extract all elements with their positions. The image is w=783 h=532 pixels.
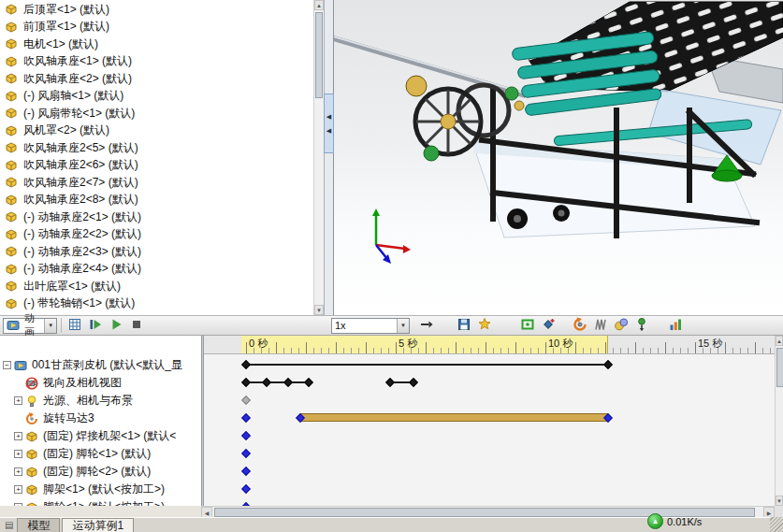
viewport-3d[interactable] [334, 0, 783, 315]
keyframe-diamond[interactable] [603, 360, 613, 369]
feature-tree-item[interactable]: (-) 动轴承座2<3> (默认) [0, 243, 324, 261]
ruler-time-label: 15 秒 [698, 337, 722, 351]
motion-tree-item-label: 脚架<1> (默认<按加工>) [43, 482, 165, 497]
scroll-down-icon[interactable]: ▼ [776, 496, 783, 506]
feature-tree-item[interactable]: 吹风轴承座2<8> (默认) [0, 192, 324, 209]
scroll-down-icon[interactable]: ▼ [314, 305, 324, 315]
keyframe-diamond[interactable] [241, 484, 251, 494]
scrollbar-thumb[interactable] [315, 12, 323, 98]
tab-model[interactable]: 模型 [17, 518, 60, 532]
play-button[interactable] [107, 317, 125, 335]
sheet-icon[interactable]: ▤ [5, 520, 13, 530]
timeline-panel[interactable]: 0 秒5 秒10 秒15 秒 [204, 336, 775, 506]
motion-tree-item[interactable]: +(固定) 焊接机架<1> (默认< [0, 427, 201, 445]
keyframe-diamond[interactable] [241, 431, 251, 440]
results-and-plots-button[interactable] [666, 317, 685, 335]
keyframe-diamond[interactable] [241, 395, 251, 405]
keyframe-diamond[interactable] [241, 413, 251, 423]
part-cube-icon [5, 3, 21, 16]
ruler-tick [328, 348, 329, 353]
playback-speed-combo[interactable]: 1x ▼ [331, 318, 410, 334]
feature-tree-scrollbar[interactable]: ▲ ▼ [313, 0, 324, 315]
keyframe-diamond[interactable] [241, 378, 251, 387]
motion-tree-item[interactable]: +脚轮<1> (默认<按加工>) [0, 498, 201, 506]
save-animation-button[interactable] [455, 317, 473, 335]
animation-wizard-button[interactable] [475, 317, 494, 335]
feature-tree-item[interactable]: 前顶罩<1> (默认) [0, 19, 324, 36]
expand-icon[interactable]: + [14, 432, 22, 440]
feature-tree-item[interactable]: 吹风轴承座<2> (默认) [0, 70, 324, 88]
keyframe-diamond[interactable] [304, 378, 313, 387]
feature-tree-item[interactable]: (-) 风扇带轮<1> (默认) [0, 105, 324, 122]
feature-tree-item[interactable]: (-) 动轴承座2<1> (默认) [0, 208, 324, 226]
ruler-tick [658, 348, 659, 353]
ruler-tick [762, 348, 763, 353]
spring-element-button[interactable] [591, 317, 610, 335]
feature-tree-item[interactable]: 吹风轴承座2<6> (默认) [0, 157, 324, 175]
expand-icon[interactable]: + [14, 467, 22, 476]
expand-icon[interactable]: + [14, 450, 22, 458]
feature-tree-item[interactable]: (-) 动轴承座2<2> (默认) [0, 226, 324, 244]
part-cube-icon [5, 297, 21, 310]
keyframe-diamond[interactable] [241, 467, 251, 476]
feature-tree-item[interactable]: 出叶底罩<1> (默认) [0, 278, 324, 295]
motion-tree-item[interactable]: +(固定) 脚轮<1> (默认) [0, 445, 201, 463]
feature-tree-item[interactable]: 吹风轴承座2<5> (默认) [0, 139, 324, 157]
motion-tree-item[interactable]: 视向及相机视图 [0, 374, 201, 392]
net-speed-widget[interactable]: ▲ 0.01K/s [647, 513, 702, 529]
feature-tree-item[interactable]: (-) 带轮轴销<1> (默认) [0, 295, 324, 313]
contact-element-button[interactable] [612, 317, 631, 335]
keyframe-diamond[interactable] [241, 449, 251, 458]
timeline-vscrollbar[interactable]: ▲ ▼ [775, 336, 783, 506]
feature-tree-item-label: 出叶底罩<1> (默认) [23, 279, 121, 295]
ruler-tick [306, 342, 307, 353]
motor-element-button[interactable] [571, 317, 589, 335]
timeline-ruler[interactable]: 0 秒5 秒10 秒15 秒 [204, 336, 775, 354]
feature-tree-item[interactable]: 吹风轴承座2<7> (默认) [0, 174, 324, 192]
motion-tree-item-label: (固定) 脚轮<2> (默认) [43, 464, 151, 480]
keyframe-diamond[interactable] [283, 378, 293, 387]
ruler-tick [426, 342, 427, 353]
panel-collapse-handle[interactable]: ◀ ◀ [324, 93, 334, 153]
ruler-tick [545, 342, 546, 353]
ruler-tick [433, 348, 434, 353]
study-type-combo[interactable]: 动画 ▼ [3, 318, 57, 334]
motion-tree-item[interactable]: +(固定) 脚轮<2> (默认) [0, 463, 201, 481]
feature-tree-item[interactable]: 风机罩<2> (默认) [0, 122, 324, 140]
keyframe-diamond[interactable] [385, 378, 395, 387]
keyframe-diamond[interactable] [241, 360, 251, 369]
playback-mode-button[interactable] [417, 317, 436, 335]
play-from-start-button[interactable] [86, 317, 105, 335]
motion-tree-item[interactable]: +光源、相机与布景 [0, 392, 201, 410]
contact-element-icon [614, 317, 629, 335]
scrollbar-thumb[interactable] [776, 348, 783, 387]
add-key-button[interactable] [539, 317, 558, 335]
feature-tree-item[interactable]: 后顶罩<1> (默认) [0, 1, 324, 19]
motor-duration-bar[interactable] [300, 413, 609, 422]
tab-motion-study-1[interactable]: 运动算例1 [62, 518, 134, 532]
motion-tree-item[interactable]: +脚架<1> (默认<按加工>) [0, 481, 201, 498]
feature-tree-item[interactable]: (-) 动轴承座2<4> (默认) [0, 261, 324, 279]
feature-tree-item[interactable]: 吹风轴承座<1> (默认) [0, 53, 324, 71]
gravity-element-button[interactable] [632, 317, 651, 335]
expand-icon[interactable]: + [14, 485, 22, 494]
scroll-up-icon[interactable]: ▲ [314, 0, 324, 10]
feature-tree-item[interactable]: (-) 风扇轴<1> (默认) [0, 88, 324, 106]
scroll-up-icon[interactable]: ▲ [776, 336, 783, 346]
ruler-time-label: 10 秒 [548, 337, 573, 351]
keyframe-diamond[interactable] [409, 378, 418, 387]
calculate-button[interactable] [65, 317, 84, 335]
stop-button[interactable] [127, 317, 146, 335]
auto-key-button[interactable] [518, 317, 537, 335]
collapse-icon[interactable]: − [3, 361, 11, 369]
key-change-bar [246, 381, 309, 383]
part-cube-icon [5, 263, 21, 276]
expand-icon[interactable]: + [14, 396, 22, 405]
keyframe-diamond[interactable] [262, 378, 271, 387]
feature-tree-item[interactable]: 电机<1> (默认) [0, 36, 324, 53]
motion-tree-item[interactable]: 旋转马达3 [0, 410, 201, 427]
toolbar-group [518, 317, 558, 335]
ruler-tick [246, 342, 247, 353]
resize-grip[interactable] [770, 517, 783, 532]
motion-tree-item[interactable]: −001甘蔗剥皮机 (默认<默认_显 [0, 356, 201, 374]
